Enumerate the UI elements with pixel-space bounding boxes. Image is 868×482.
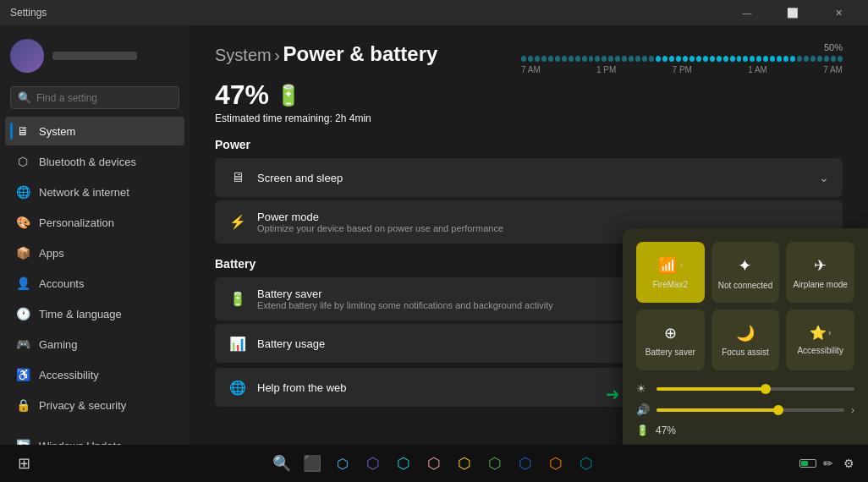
chart-dot xyxy=(824,56,829,62)
accounts-icon: 👤 xyxy=(15,276,30,291)
taskbar-pencil[interactable]: ✏ xyxy=(820,453,837,474)
qs-battery-saver-button[interactable]: ⊕ Battery saver xyxy=(636,309,705,370)
chart-dot xyxy=(649,56,654,62)
brightness-thumb xyxy=(761,384,771,394)
qs-airplane-label: Airplane mode xyxy=(793,280,847,289)
sidebar-item-privacy[interactable]: 🔒 Privacy & security xyxy=(5,391,184,419)
chart-dot xyxy=(548,56,553,62)
battery-usage-icon: 📊 xyxy=(228,334,247,353)
taskbar: ⊞ 🔍 ⬛ ⬡ ⬡ ⬡ ⬡ ⬡ ⬡ ⬡ ⬡ ⬡ ✏ ⚙ xyxy=(0,445,868,482)
taskbar-apps1[interactable]: ⬡ xyxy=(360,450,387,477)
taskbar-apps8[interactable]: ⬡ xyxy=(573,450,600,477)
qs-focus-button[interactable]: 🌙 Focus assist xyxy=(711,309,780,370)
qs-accessibility-button[interactable]: ⭐ › Accessibility xyxy=(786,309,854,370)
battery-chart: 50% 7 AM 1 PM 7 PM 1 AM 7 AM xyxy=(521,42,843,74)
battery-icon-display: 🔋 xyxy=(276,84,301,107)
taskbar-apps2[interactable]: ⬡ xyxy=(390,450,417,477)
battery-saver-qs-icon: ⊕ xyxy=(664,324,677,342)
sidebar-item-system[interactable]: 🖥 System xyxy=(5,117,184,145)
screen-sleep-title: Screen and sleep xyxy=(257,172,343,184)
screen-sleep-icon: 🖥 xyxy=(228,168,247,187)
chart-dot xyxy=(817,56,822,62)
chart-dot xyxy=(831,56,836,62)
qs-wifi-button[interactable]: 📶 › FireMax2 xyxy=(636,242,705,303)
sidebar-item-accessibility[interactable]: ♿ Accessibility xyxy=(5,360,184,389)
chart-dot xyxy=(750,56,755,62)
titlebar: Settings — ⬜ ✕ xyxy=(0,0,868,25)
search-input[interactable] xyxy=(36,92,172,104)
sidebar-item-personalization[interactable]: 🎨 Personalization xyxy=(5,208,184,237)
maximize-button[interactable]: ⬜ xyxy=(773,0,812,25)
sidebar-item-network[interactable]: 🌐 Network & internet xyxy=(5,178,184,206)
chart-dot xyxy=(763,56,768,62)
qs-airplane-button[interactable]: ✈ Airplane mode xyxy=(786,242,854,303)
chart-dot xyxy=(622,56,627,62)
sidebar-item-apps[interactable]: 📦 Apps xyxy=(5,238,184,267)
sidebar-item-bluetooth[interactable]: ⬡ Bluetooth & devices xyxy=(5,147,184,176)
page-title: Power & battery xyxy=(283,42,438,65)
breadcrumb-parent: System › Power & battery xyxy=(215,42,437,66)
qs-battery-row: 🔋 47% xyxy=(636,424,854,436)
chart-dot xyxy=(676,56,681,62)
search-box[interactable]: 🔍 xyxy=(10,86,179,109)
qs-bluetooth-button[interactable]: ✦ Not connected xyxy=(711,242,780,303)
taskbar-gear[interactable]: ⚙ xyxy=(840,453,858,474)
taskbar-battery[interactable] xyxy=(799,459,816,468)
chart-dot xyxy=(642,56,647,62)
privacy-icon: 🔒 xyxy=(15,397,30,413)
taskbar-apps6[interactable]: ⬡ xyxy=(512,450,539,477)
chart-dot xyxy=(730,56,735,62)
taskbar-apps4[interactable]: ⬡ xyxy=(451,450,478,477)
sidebar-item-label-privacy: Privacy & security xyxy=(39,399,126,412)
minimize-button[interactable]: — xyxy=(728,0,766,25)
chart-dot xyxy=(723,56,728,62)
screen-sleep-card[interactable]: 🖥 Screen and sleep ⌄ xyxy=(215,158,843,197)
taskbar-right: ✏ ⚙ xyxy=(799,453,858,474)
taskbar-apps7[interactable]: ⬡ xyxy=(542,450,569,477)
taskbar-task-view[interactable]: ⬛ xyxy=(299,450,326,477)
power-mode-subtitle: Optimize your device based on power use … xyxy=(257,223,503,233)
chart-dot xyxy=(790,56,795,62)
taskbar-apps5[interactable]: ⬡ xyxy=(481,450,508,477)
profile-name xyxy=(52,52,137,60)
sidebar-item-label-apps: Apps xyxy=(39,247,64,260)
sidebar-item-accounts[interactable]: 👤 Accounts xyxy=(5,269,184,298)
chevron-icon: ⌄ xyxy=(819,171,829,184)
qs-accessibility-label: Accessibility xyxy=(797,346,843,355)
brightness-slider[interactable] xyxy=(656,387,854,391)
main-layout: 🔍 🖥 System ⬡ Bluetooth & devices 🌐 Netwo… xyxy=(0,25,868,445)
sidebar-item-label-accessibility: Accessibility xyxy=(39,369,99,381)
close-button[interactable]: ✕ xyxy=(819,0,858,25)
chart-dot xyxy=(635,56,640,62)
chart-dot xyxy=(737,56,742,62)
start-button[interactable]: ⊞ xyxy=(10,450,37,477)
sidebar-item-label-time: Time & language xyxy=(39,308,122,320)
gaming-icon: 🎮 xyxy=(15,337,30,352)
chart-dot xyxy=(797,56,802,62)
chart-dot xyxy=(615,56,620,62)
content-area: System › Power & battery 47% 🔋 Estimated… xyxy=(190,25,868,445)
chart-50-label: 50% xyxy=(521,42,843,52)
chart-dot xyxy=(777,56,782,62)
chart-dot xyxy=(555,56,560,62)
chart-dot xyxy=(810,56,816,62)
sidebar-item-time[interactable]: 🕐 Time & language xyxy=(5,299,184,328)
sidebar-item-update[interactable]: 🔄 Windows Update xyxy=(5,431,184,445)
taskbar-edge[interactable]: ⬡ xyxy=(329,450,356,477)
sidebar-item-label-gaming: Gaming xyxy=(39,338,78,351)
taskbar-apps3[interactable]: ⬡ xyxy=(420,450,448,477)
taskbar-search[interactable]: 🔍 xyxy=(268,450,295,477)
volume-slider-row: 🔊 › xyxy=(636,403,854,416)
brightness-icon: ☀ xyxy=(636,382,650,395)
accessibility-icon: ♿ xyxy=(15,367,30,382)
volume-slider[interactable] xyxy=(656,408,844,412)
volume-arrow[interactable]: › xyxy=(851,404,854,416)
chart-dot xyxy=(582,56,587,62)
avatar xyxy=(10,39,44,73)
chart-dot xyxy=(629,56,634,62)
sidebar-item-gaming[interactable]: 🎮 Gaming xyxy=(5,330,184,359)
window-controls: — ⬜ ✕ xyxy=(728,0,858,25)
sidebar-item-label-personalization: Personalization xyxy=(39,216,114,229)
update-icon: 🔄 xyxy=(15,438,30,445)
sidebar: 🔍 🖥 System ⬡ Bluetooth & devices 🌐 Netwo… xyxy=(0,25,190,445)
